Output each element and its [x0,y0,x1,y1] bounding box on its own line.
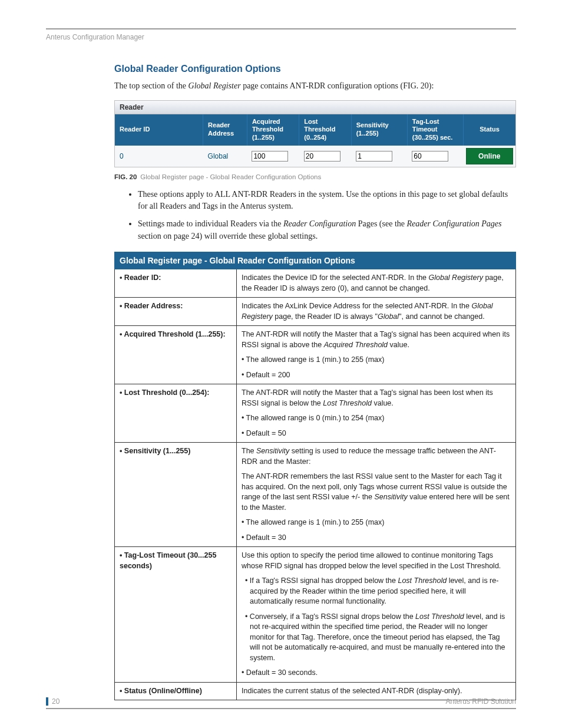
page-footer: 20 Anterus RFID Solution [46,697,516,709]
opt-name: • Tag-Lost Timeout (30...255 seconds) [115,547,237,683]
col-acquired: Acquired Threshold (1..255) [247,114,299,146]
figure-caption: FIG. 20Global Register page - Global Rea… [114,173,516,180]
bullet-list: These options apply to ALL ANT-RDR Reade… [138,189,516,242]
intro-paragraph: The top section of the Global Register p… [114,80,516,92]
col-taglost: Tag-Lost Timeout (30..255) sec. [407,114,463,146]
opt-name: • Reader ID: [115,269,237,298]
sensitivity-input[interactable] [356,151,392,162]
table-row: • Reader ID: Indicates the Device ID for… [115,269,516,298]
table-row: • Acquired Threshold (1...255): The ANT-… [115,326,516,384]
table-row: • Reader Address: Indicates the AxLink D… [115,298,516,326]
taglost-input[interactable] [412,151,448,162]
bullet-item: These options apply to ALL ANT-RDR Reade… [138,189,516,213]
cell-reader-address: Global [203,146,247,167]
col-lost: Lost Threshold (0..254) [299,114,351,146]
lost-input[interactable] [304,151,340,162]
opt-desc: Indicates the Device ID for the selected… [237,269,516,298]
reader-panel: Reader Reader ID Reader Address Acquired… [114,100,516,167]
col-reader-address: Reader Address [203,114,247,146]
opt-name: • Lost Threshold (0...254): [115,384,237,443]
options-table: Global Register page - Global Reader Con… [114,252,516,700]
table-row: • Tag-Lost Timeout (30...255 seconds) Us… [115,547,516,683]
opt-desc: Use this option to specify the period ti… [237,547,516,683]
opt-name: • Reader Address: [115,298,237,326]
table-row: • Lost Threshold (0...254): The ANT-RDR … [115,384,516,443]
table-row: • Sensitivity (1...255) The Sensitivity … [115,443,516,547]
reader-row: 0 Global Online [115,146,515,167]
section-title: Global Reader Configuration Options [114,64,516,74]
opt-desc: The ANT-RDR will notify the Master that … [237,326,516,384]
opt-name: • Acquired Threshold (1...255): [115,326,237,384]
col-reader-id: Reader ID [115,114,203,146]
reader-table: Reader ID Reader Address Acquired Thresh… [115,114,515,167]
page-number: 20 [52,697,59,706]
opt-desc: The Sensitivity setting is used to reduc… [237,443,516,547]
opt-name: • Sensitivity (1...255) [115,443,237,547]
options-table-title: Global Register page - Global Reader Con… [115,252,516,269]
col-sensitivity: Sensitivity (1..255) [351,114,407,146]
col-status: Status [464,114,515,146]
reader-panel-title: Reader [115,101,515,114]
acquired-input[interactable] [252,151,288,162]
bullet-item: Settings made to individual Readers via … [138,218,516,242]
footer-doc-title: Anterus RFID Solution [446,697,516,706]
running-head: Anterus Configuration Manager [46,33,516,41]
status-badge: Online [466,148,513,164]
opt-desc: The ANT-RDR will notify the Master that … [237,384,516,443]
opt-desc: Indicates the AxLink Device Address for … [237,298,516,326]
cell-reader-id: 0 [115,146,203,167]
